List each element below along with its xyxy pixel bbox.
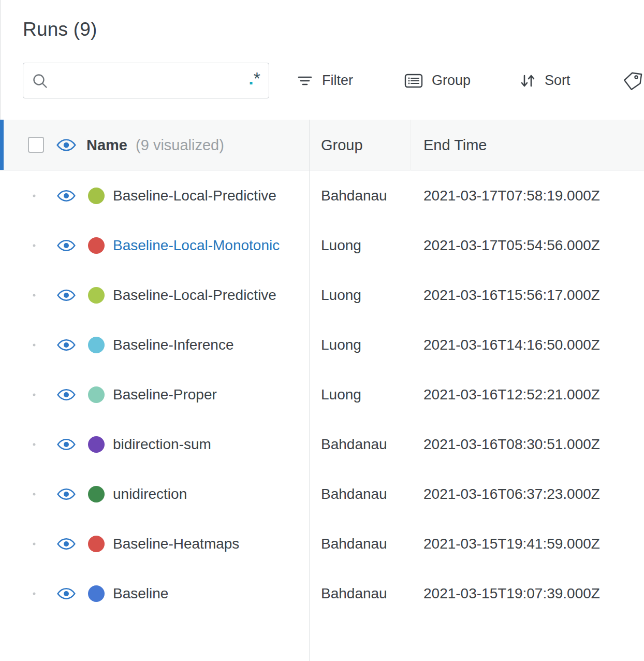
column-header-end-time[interactable]: End Time: [423, 136, 487, 153]
selection-accent-bar: [0, 120, 4, 170]
table-header: Name (9 visualized) Group End Time: [0, 120, 644, 170]
panel-left-border: [0, 0, 1, 120]
group-icon: [404, 73, 423, 89]
column-header-name[interactable]: Name (9 visualized): [86, 136, 224, 153]
filter-label: Filter: [322, 73, 353, 89]
visibility-eye-icon[interactable]: [57, 538, 76, 550]
filter-icon: [296, 73, 314, 89]
run-color-dot[interactable]: [88, 386, 105, 403]
run-name[interactable]: Baseline-Proper: [113, 386, 217, 403]
run-name[interactable]: Baseline-Inference: [113, 337, 233, 353]
run-end-time-cell: 2021-03-16T15:56:17.000Z: [423, 287, 600, 304]
run-group-cell: Luong: [321, 337, 361, 353]
run-end-time-cell: 2021-03-16T08:30:51.000Z: [423, 436, 600, 453]
name-column-label: Name: [86, 136, 127, 153]
visibility-eye-icon[interactable]: [57, 239, 76, 252]
drag-handle-dot[interactable]: [33, 493, 36, 496]
run-name[interactable]: Baseline-Local-Predictive: [113, 188, 276, 204]
run-row: Baseline-Proper Luong 2021-03-16T12:52:2…: [0, 370, 644, 420]
search-box: .*: [23, 63, 269, 98]
visibility-eye-icon[interactable]: [57, 190, 76, 202]
run-group-cell: Luong: [321, 237, 361, 254]
drag-handle-dot[interactable]: [33, 394, 36, 396]
run-name[interactable]: Baseline-Local-Predictive: [113, 287, 276, 304]
drag-handle-dot[interactable]: [33, 294, 36, 297]
run-name[interactable]: unidirection: [113, 486, 187, 502]
run-group-cell: Luong: [321, 287, 361, 304]
group-button[interactable]: Group: [404, 63, 471, 98]
drag-handle-dot[interactable]: [33, 593, 36, 595]
drag-handle-dot[interactable]: [33, 195, 36, 197]
run-row: Baseline Bahdanau 2021-03-15T19:07:39.00…: [0, 569, 644, 619]
sort-label: Sort: [545, 73, 570, 89]
run-color-dot[interactable]: [88, 536, 105, 552]
run-group-cell: Bahdanau: [321, 486, 387, 502]
sort-icon: [519, 73, 536, 89]
filter-button[interactable]: Filter: [296, 63, 353, 98]
visibility-eye-icon[interactable]: [57, 389, 76, 401]
run-group-cell: Bahdanau: [321, 585, 387, 602]
run-group-cell: Bahdanau: [321, 436, 387, 453]
regex-toggle[interactable]: .*: [248, 69, 260, 92]
run-group-cell: Luong: [321, 386, 361, 403]
visualized-count-label: (9 visualized): [136, 136, 224, 153]
visibility-eye-icon[interactable]: [57, 289, 76, 301]
run-end-time-cell: 2021-03-17T05:54:56.000Z: [423, 237, 600, 254]
runs-panel: Runs (9) .* Filter: [0, 0, 644, 661]
runs-table-body: Baseline-Local-Predictive Bahdanau 2021-…: [0, 171, 644, 619]
drag-handle-dot[interactable]: [33, 443, 36, 446]
run-row: Baseline-Local-Predictive Luong 2021-03-…: [0, 270, 644, 320]
search-icon: [32, 73, 48, 89]
run-name[interactable]: Baseline: [113, 585, 168, 602]
visibility-eye-icon[interactable]: [57, 438, 76, 451]
drag-handle-dot[interactable]: [33, 543, 36, 545]
run-color-dot[interactable]: [88, 585, 105, 602]
run-end-time-cell: 2021-03-15T19:07:39.000Z: [423, 585, 600, 602]
run-row: bidirection-sum Bahdanau 2021-03-16T08:3…: [0, 420, 644, 469]
run-row: Baseline-Inference Luong 2021-03-16T14:1…: [0, 320, 644, 370]
regex-dot-glyph: .: [248, 68, 253, 88]
run-name[interactable]: Baseline-Heatmaps: [113, 536, 239, 552]
select-all-checkbox[interactable]: [28, 137, 44, 153]
run-row: Baseline-Local-Predictive Bahdanau 2021-…: [0, 171, 644, 221]
run-color-dot[interactable]: [88, 237, 105, 254]
drag-handle-dot[interactable]: [33, 245, 36, 247]
tag-button[interactable]: [622, 63, 643, 98]
run-name[interactable]: bidirection-sum: [113, 436, 211, 453]
run-color-dot[interactable]: [88, 486, 105, 502]
group-column-separator: [411, 120, 411, 170]
run-group-cell: Bahdanau: [321, 188, 387, 204]
group-label: Group: [432, 73, 471, 89]
visibility-eye-icon[interactable]: [57, 488, 76, 500]
run-end-time-cell: 2021-03-16T06:37:23.000Z: [423, 486, 600, 502]
run-row: Baseline-Local-Monotonic Luong 2021-03-1…: [0, 221, 644, 270]
run-row: Baseline-Heatmaps Bahdanau 2021-03-15T19…: [0, 519, 644, 569]
run-group-cell: Bahdanau: [321, 536, 387, 552]
run-end-time-cell: 2021-03-17T07:58:19.000Z: [423, 188, 600, 204]
run-name[interactable]: Baseline-Local-Monotonic: [113, 237, 280, 254]
run-row: unidirection Bahdanau 2021-03-16T06:37:2…: [0, 469, 644, 519]
regex-star-glyph: *: [254, 68, 260, 88]
run-color-dot[interactable]: [88, 287, 105, 304]
run-color-dot[interactable]: [88, 337, 105, 353]
visibility-eye-icon[interactable]: [57, 587, 76, 600]
toggle-all-visibility-eye-icon[interactable]: [56, 138, 76, 152]
drag-handle-dot[interactable]: [33, 344, 36, 347]
visibility-eye-icon[interactable]: [57, 339, 76, 351]
sort-button[interactable]: Sort: [519, 63, 570, 98]
run-end-time-cell: 2021-03-16T14:16:50.000Z: [423, 337, 600, 353]
run-end-time-cell: 2021-03-15T19:41:59.000Z: [423, 536, 600, 552]
search-input[interactable]: [54, 73, 248, 89]
tag-icon: [622, 71, 643, 91]
page-title: Runs (9): [23, 19, 97, 40]
run-end-time-cell: 2021-03-16T12:52:21.000Z: [423, 386, 600, 403]
column-header-group[interactable]: Group: [321, 136, 363, 153]
run-color-dot[interactable]: [88, 436, 105, 453]
run-color-dot[interactable]: [88, 188, 105, 204]
